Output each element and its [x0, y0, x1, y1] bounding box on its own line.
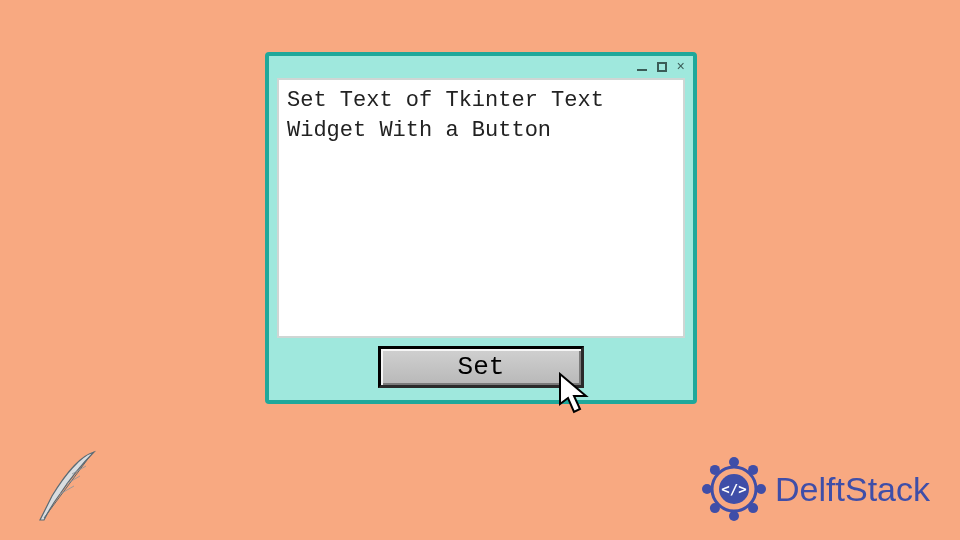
svg-point-11: [746, 463, 760, 477]
titlebar: ×: [269, 56, 693, 78]
brand-logo-icon: </>: [701, 456, 767, 522]
svg-point-5: [746, 501, 760, 515]
svg-point-7: [708, 501, 722, 515]
close-button[interactable]: ×: [677, 62, 685, 72]
svg-point-9: [708, 463, 722, 477]
app-window: × Set Text of Tkinter Text Widget With a…: [265, 52, 697, 404]
brand: </> DelftStack: [701, 456, 930, 522]
maximize-button[interactable]: [657, 62, 667, 72]
svg-text:</>: </>: [721, 481, 746, 497]
set-button[interactable]: Set: [378, 346, 584, 388]
minimize-button[interactable]: [637, 63, 647, 71]
svg-line-0: [44, 456, 90, 518]
text-widget[interactable]: Set Text of Tkinter Text Widget With a B…: [277, 78, 685, 338]
button-row: Set: [269, 338, 693, 388]
feather-icon: [30, 446, 110, 526]
brand-name: DelftStack: [775, 470, 930, 509]
